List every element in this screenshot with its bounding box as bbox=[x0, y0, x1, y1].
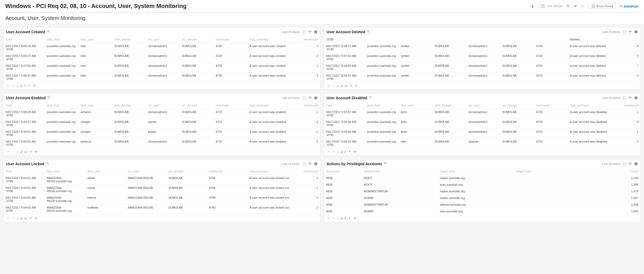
table-row[interactable]: 04/17/2017 9:03:57 AM -0700poseidon.sumo… bbox=[324, 109, 641, 119]
expand-icon[interactable] bbox=[302, 96, 306, 100]
table-row[interactable]: 04/17/2017 9:04:01 AM -0700AMAZONA-REG3.… bbox=[3, 185, 320, 194]
table-row[interactable]: 04/17/2017 8:44:59 AM -0700poseidon.sumo… bbox=[324, 63, 641, 72]
column-header[interactable]: msg_summary bbox=[568, 102, 615, 109]
column-header[interactable]: Source User bbox=[362, 168, 438, 175]
pager-prev-icon[interactable] bbox=[332, 84, 336, 88]
table-row[interactable]: 04/17/2017 9:04:01 AM -0700AMAZONA-REG4.… bbox=[3, 194, 320, 204]
pager-next-icon[interactable] bbox=[29, 150, 33, 154]
column-header[interactable]: src_user bbox=[466, 102, 500, 109]
filter-icon[interactable] bbox=[308, 30, 312, 34]
column-header[interactable]: src_domain bbox=[180, 102, 214, 109]
pager-prev-icon[interactable] bbox=[11, 84, 15, 88]
column-header[interactable]: Target Host bbox=[438, 168, 514, 175]
pager-first-icon[interactable] bbox=[6, 150, 10, 154]
column-header[interactable]: dest_host bbox=[45, 102, 78, 109]
expand-icon[interactable] bbox=[622, 30, 626, 34]
table-row[interactable]: 04/17/2017 9:03:56 AM -0700poseidon.sumo… bbox=[324, 119, 641, 128]
search-icon[interactable] bbox=[47, 30, 51, 34]
column-header[interactable]: dest_user bbox=[78, 102, 112, 109]
table-row[interactable]: 04/17/2017 8:59:51 AM -0700poseidon.sumo… bbox=[3, 128, 320, 138]
column-header[interactable]: src_user bbox=[146, 102, 180, 109]
column-header[interactable]: src_user bbox=[126, 168, 166, 175]
column-header[interactable]: src_domain bbox=[166, 168, 207, 175]
info-icon[interactable] bbox=[314, 30, 318, 34]
pager-prev-icon[interactable] bbox=[332, 216, 336, 221]
expand-icon[interactable] bbox=[302, 30, 306, 34]
table-row[interactable]: -0700deleted. bbox=[324, 36, 641, 43]
pager-last-icon[interactable] bbox=[353, 216, 357, 221]
pager-first-icon[interactable] bbox=[6, 216, 10, 221]
pager-first-icon[interactable] bbox=[6, 84, 10, 88]
table-row[interactable]: 4656ADMINares.sumolab.org1,053 bbox=[324, 208, 641, 215]
column-header[interactable]: msg_summary bbox=[247, 102, 295, 109]
filter-icon[interactable] bbox=[628, 96, 632, 100]
pager-first-icon[interactable] bbox=[327, 84, 330, 88]
timerange-dropdown[interactable]: [From Panel] bbox=[588, 3, 616, 9]
info-icon[interactable] bbox=[314, 96, 318, 100]
table-row[interactable]: 04/17/2017 9:00:28 AM -0700poseidon.sumo… bbox=[3, 43, 320, 53]
column-header[interactable]: dest_user bbox=[78, 36, 112, 43]
info-icon[interactable] bbox=[314, 162, 318, 166]
table-row[interactable]: 04/17/2017 8:47:02 AM -0700poseidon.sumo… bbox=[324, 53, 641, 63]
column-header[interactable]: eventcode bbox=[207, 168, 247, 175]
column-header[interactable]: Time bbox=[3, 36, 45, 43]
pager-last-icon[interactable] bbox=[34, 150, 38, 154]
column-header[interactable]: eventcount bbox=[295, 36, 320, 43]
column-header[interactable]: dest_host bbox=[365, 102, 399, 109]
column-header[interactable]: msg_summary bbox=[247, 36, 295, 43]
column-header[interactable]: dest_user bbox=[85, 168, 126, 175]
column-header[interactable]: eventcode bbox=[324, 168, 362, 175]
pager-last-icon[interactable] bbox=[355, 84, 358, 88]
table-row[interactable]: 04/17/2017 8:56:47 AM -0700poseidon.sumo… bbox=[3, 72, 320, 82]
column-header[interactable]: dest_domain bbox=[433, 102, 466, 109]
info-icon[interactable] bbox=[634, 162, 638, 166]
table-row[interactable]: 04/17/2017 8:57:09 AM -0700poseidon.sumo… bbox=[3, 63, 320, 72]
info-icon[interactable] bbox=[634, 30, 638, 34]
share-icon[interactable] bbox=[574, 4, 577, 8]
more-icon[interactable] bbox=[581, 4, 585, 8]
table-row[interactable]: 04/17/2017 9:00:27 AM -0700poseidon.sumo… bbox=[3, 119, 320, 128]
column-header[interactable]: eventcode bbox=[214, 36, 247, 43]
table-row[interactable]: 04/17/2017 9:03:12 AM -0700poseidon.sumo… bbox=[324, 138, 641, 148]
filter-icon[interactable] bbox=[308, 96, 312, 100]
column-header[interactable]: Time bbox=[3, 102, 45, 109]
table-row[interactable]: 4656ROOThades.sumolab.org1,109 bbox=[324, 175, 641, 181]
column-header[interactable]: eventcode bbox=[534, 102, 568, 109]
table-row[interactable]: 4656ADMINISTRATORathena.sumolab.org1,056 bbox=[324, 201, 641, 208]
column-header[interactable]: Time bbox=[3, 168, 45, 175]
column-header[interactable]: eventcount bbox=[295, 102, 320, 109]
search-icon[interactable] bbox=[369, 96, 372, 100]
column-header[interactable]: dest_user bbox=[399, 102, 433, 109]
column-header[interactable]: eventcount bbox=[615, 102, 641, 109]
column-header[interactable]: eventcode bbox=[214, 102, 247, 109]
column-header[interactable]: msg_summary bbox=[247, 168, 295, 175]
table-row[interactable]: 04/17/2017 9:00:28 AM -0700poseidon.sumo… bbox=[3, 109, 320, 119]
search-icon[interactable] bbox=[46, 161, 49, 166]
table-row[interactable]: 4656ROOTares.sumolab.org1,089 bbox=[324, 181, 641, 188]
pager-last-icon[interactable] bbox=[353, 150, 357, 154]
pager-prev-icon[interactable] bbox=[11, 150, 15, 154]
filter-icon[interactable] bbox=[566, 4, 570, 8]
table-row[interactable]: 04/17/2017 9:04:01 AM -0700AMAZONA-REG3.… bbox=[3, 175, 320, 185]
column-header[interactable]: dest_domain bbox=[112, 102, 146, 109]
live-mode-toggle[interactable]: LIVE MODE bbox=[538, 4, 563, 8]
table-row[interactable]: 4656ADMINISTRATORhades.sumolab.org1,076 bbox=[324, 188, 641, 195]
filter-icon[interactable] bbox=[628, 30, 632, 34]
column-header[interactable]: eventcount bbox=[295, 168, 320, 175]
column-header[interactable]: Time bbox=[324, 102, 365, 109]
column-header[interactable]: src_domain bbox=[180, 36, 214, 43]
column-header[interactable]: Count bbox=[590, 168, 641, 175]
table-row[interactable]: 04/17/2017 8:43:57 AM -0700poseidon.sumo… bbox=[324, 72, 641, 82]
info-icon[interactable] bbox=[634, 96, 638, 100]
pager-prev-icon[interactable] bbox=[11, 216, 15, 221]
expand-icon[interactable] bbox=[302, 162, 306, 166]
column-header[interactable]: dest_domain bbox=[112, 36, 146, 43]
pager-first-icon[interactable] bbox=[327, 150, 330, 154]
column-header[interactable]: src_domain bbox=[500, 102, 534, 109]
search-icon[interactable] bbox=[47, 96, 51, 100]
table-row[interactable]: 04/17/2017 9:03:40 AM -0700poseidon.sumo… bbox=[324, 128, 641, 138]
table-row[interactable]: 4656ADMINhades.sumolab.org1,067 bbox=[324, 195, 641, 201]
column-header[interactable]: src_user bbox=[146, 36, 180, 43]
table-row[interactable]: 04/17/2017 9:04:01 AM -0700AMAZONA-REG4.… bbox=[3, 204, 320, 214]
pager-next-icon[interactable] bbox=[348, 150, 351, 154]
